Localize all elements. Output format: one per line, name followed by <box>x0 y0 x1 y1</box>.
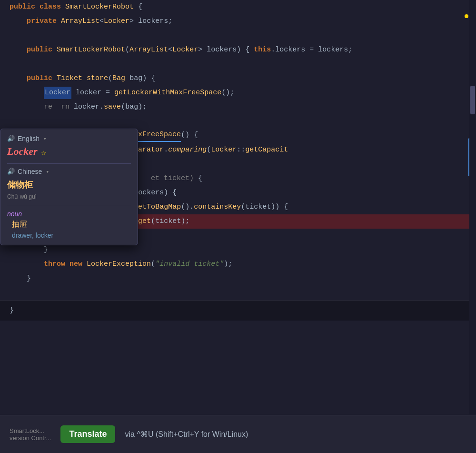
scrollbar-thumb[interactable] <box>470 86 475 114</box>
popup-zh-pinyin: Chǔ wù guì <box>7 193 37 200</box>
popup-noun-label: noun <box>7 210 131 218</box>
translate-shortcut: via ^⌘U (Shift+Ctrl+Y for Win/Linux) <box>125 430 248 439</box>
keyword-class: class <box>40 1 61 13</box>
speaker-icon-chinese[interactable]: 🔊 <box>7 168 15 175</box>
popup-chinese-row: 🔊 Chinese ▾ <box>7 168 131 175</box>
popup-zh-alt: 抽屉 <box>7 220 131 230</box>
popup-divider1 <box>7 163 131 164</box>
code-line-1: public class SmartLockerRobot { <box>0 0 476 14</box>
code-line-blank1 <box>0 29 476 43</box>
popup-synonyms: drawer, locker <box>7 232 131 239</box>
keyword-private: private <box>27 15 57 28</box>
code-line-7: Locker locker = getLockerWithMaxFreeSpac… <box>0 86 476 100</box>
type-arraylist: ArrayList <box>61 15 99 28</box>
scrollbar[interactable] <box>469 0 476 414</box>
popup-english-dropdown[interactable]: ▾ <box>43 136 47 142</box>
code-line-blank3 <box>0 114 476 128</box>
class-smartlockerrobot: SmartLockerRobot <box>65 1 134 13</box>
code-line-8: re rn locker.save(bag); <box>0 100 476 114</box>
translate-button[interactable]: Translate <box>60 425 115 443</box>
popup-word: Locker <box>7 145 38 158</box>
code-line-blank2 <box>0 57 476 71</box>
yellow-dot-indicator <box>465 14 468 18</box>
code-line-6: public Ticket store(Bag bag) { <box>0 71 476 86</box>
code-line-final: } <box>0 300 476 321</box>
popup-star[interactable]: ☆ <box>41 147 47 158</box>
code-line-4: public SmartLockerRobot(ArrayList<Locker… <box>0 43 476 57</box>
translation-popup: 🔊 English ▾ Locker ☆ 🔊 Chinese ▾ 储物柜 Chǔ… <box>0 129 138 245</box>
locker-highlight: Locker <box>44 87 71 99</box>
bottom-version: version Contr... <box>10 434 51 442</box>
code-line-blank6 <box>0 286 476 300</box>
bottom-left-info: SmartLock... version Contr... <box>10 427 51 442</box>
popup-english-row: 🔊 English ▾ <box>7 135 131 142</box>
code-line-20: } <box>0 272 476 286</box>
bottom-filename: SmartLock... <box>10 427 51 434</box>
bottom-bar: SmartLock... version Contr... Translate … <box>0 415 476 453</box>
keyword-public: public <box>10 1 35 13</box>
popup-zh-main: 储物柜 <box>7 180 33 190</box>
speaker-icon-english[interactable]: 🔊 <box>7 135 15 142</box>
code-line-19: throw new LockerException("invalid ticke… <box>0 257 476 272</box>
popup-english-label: English <box>18 135 40 142</box>
code-line-2: private ArrayList<Locker> lockers; <box>0 14 476 29</box>
popup-chinese-dropdown[interactable]: ▾ <box>46 169 49 175</box>
popup-chinese-label: Chinese <box>18 168 42 175</box>
popup-divider2 <box>7 206 131 206</box>
